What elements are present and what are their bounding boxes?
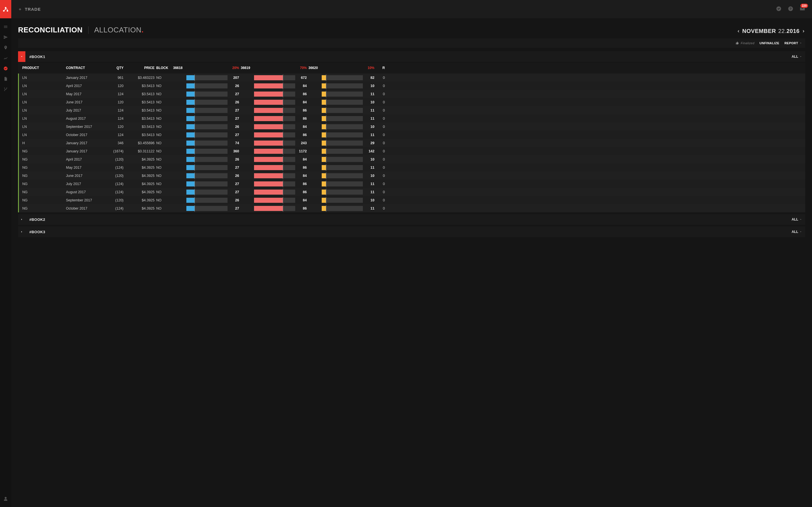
table-row[interactable]: LNJuly 2017124$3.5413NO2786110 [18, 106, 805, 114]
alloc-bar[interactable] [254, 189, 295, 194]
alloc-bar[interactable] [254, 165, 295, 170]
alloc-bar[interactable] [186, 83, 227, 89]
col-contract[interactable]: CONTRACT [66, 66, 105, 70]
alloc-bar[interactable] [322, 173, 363, 178]
alloc-bar[interactable] [322, 132, 363, 137]
alloc-bar[interactable] [322, 108, 363, 113]
alloc-bar[interactable] [322, 149, 363, 154]
alloc-bar[interactable] [254, 75, 295, 80]
inbox-button[interactable]: 220 [800, 6, 805, 12]
unfinalize-button[interactable]: UNFINALIZE [760, 41, 779, 45]
alloc-bar[interactable] [322, 75, 363, 80]
book-filter-button[interactable]: ALL [792, 230, 802, 234]
table-row[interactable]: NGOctober 2017(124)$4.3925NO2786110 [18, 204, 805, 212]
alloc-bar[interactable] [186, 75, 227, 80]
alloc-bar[interactable] [186, 173, 227, 178]
nav-user-icon[interactable] [3, 497, 8, 502]
book-toggle[interactable] [18, 214, 26, 225]
report-button[interactable]: REPORT [784, 41, 802, 45]
alloc-bar[interactable] [322, 165, 363, 170]
alloc-bar[interactable] [254, 149, 295, 154]
alloc-bar[interactable] [186, 100, 227, 105]
col-price[interactable]: PRICE [125, 66, 156, 70]
alloc-bar[interactable] [254, 100, 295, 105]
book-header[interactable]: #BOOK2ALL [18, 214, 805, 225]
table-row[interactable]: LNSeptember 2017120$3.5413NO2684100 [18, 122, 805, 131]
col-r[interactable]: R [376, 66, 389, 70]
col-block[interactable]: BLOCK [156, 66, 173, 70]
alloc-bar[interactable] [322, 181, 363, 186]
table-row[interactable]: LNAugust 2017124$3.5413NO2786110 [18, 114, 805, 122]
table-row[interactable]: LNApril 2017120$3.5413NO2684100 [18, 82, 805, 90]
alloc-bar[interactable] [254, 206, 295, 211]
alloc-bar[interactable] [254, 83, 295, 89]
alloc-bar[interactable] [322, 206, 363, 211]
alloc-bar[interactable] [254, 198, 295, 203]
alloc-bar[interactable] [186, 181, 227, 186]
alloc-bar[interactable] [254, 92, 295, 97]
new-trade-button[interactable]: TRADE [18, 7, 41, 11]
alloc-bar[interactable] [254, 140, 295, 146]
table-row[interactable]: LNMay 2017124$3.5413NO2786110 [18, 90, 805, 98]
col-qty[interactable]: QTY [105, 66, 125, 70]
table-row[interactable]: NGMay 2017(124)$4.3925NO2786110 [18, 163, 805, 172]
col-alloc-id[interactable]: 36619 [241, 66, 253, 70]
table-row[interactable]: HJanuary 2017346$3.455696NO74243290 [18, 139, 805, 147]
alloc-bar[interactable] [322, 100, 363, 105]
alloc-bar[interactable] [186, 124, 227, 129]
alloc-bar[interactable] [254, 173, 295, 178]
nav-chart-icon[interactable] [3, 56, 8, 61]
alloc-bar[interactable] [322, 116, 363, 121]
chevron-left-icon[interactable] [737, 29, 740, 34]
col-alloc-id[interactable]: 36620 [308, 66, 321, 70]
tab-reconciliation[interactable]: RECONCILIATION [18, 25, 83, 34]
alloc-bar[interactable] [186, 198, 227, 203]
alloc-bar[interactable] [254, 132, 295, 137]
alloc-bar[interactable] [322, 140, 363, 146]
alloc-bar[interactable] [254, 181, 295, 186]
table-row[interactable]: NGApril 2017(120)$4.3925NO2684100 [18, 155, 805, 163]
nav-menu-icon[interactable] [3, 24, 8, 30]
book-filter-button[interactable]: ALL [792, 217, 802, 221]
table-row[interactable]: NGJuly 2017(124)$4.3925NO2786110 [18, 180, 805, 188]
help-icon[interactable]: ? [788, 6, 794, 12]
book-toggle[interactable] [18, 51, 26, 62]
alloc-bar[interactable] [254, 124, 295, 129]
chevron-right-icon[interactable] [802, 29, 805, 34]
brand-logo[interactable] [0, 0, 11, 18]
alloc-bar[interactable] [322, 83, 363, 89]
book-filter-button[interactable]: ALL [792, 55, 802, 59]
nav-branch-icon[interactable] [3, 87, 8, 93]
alloc-bar[interactable] [254, 157, 295, 162]
book-toggle[interactable] [18, 226, 26, 237]
table-row[interactable]: LNJune 2017120$3.5413NO2684100 [18, 98, 805, 106]
alloc-bar[interactable] [186, 189, 227, 194]
alloc-bar[interactable] [186, 92, 227, 97]
nav-document-icon[interactable] [3, 76, 8, 82]
nav-location-icon[interactable] [3, 45, 8, 51]
alloc-bar[interactable] [186, 116, 227, 121]
alloc-bar[interactable] [186, 140, 227, 146]
alloc-bar[interactable] [186, 108, 227, 113]
alloc-bar[interactable] [322, 92, 363, 97]
alloc-bar[interactable] [186, 206, 227, 211]
book-header[interactable]: #BOOK1ALL [18, 51, 805, 62]
table-row[interactable]: NGJune 2017(120)$4.3925NO2684100 [18, 172, 805, 180]
alloc-bar[interactable] [322, 198, 363, 203]
alloc-bar[interactable] [322, 157, 363, 162]
alloc-bar[interactable] [322, 124, 363, 129]
approve-icon[interactable] [776, 6, 781, 12]
table-row[interactable]: NGSeptember 2017(120)$4.3925NO2684100 [18, 196, 805, 204]
alloc-bar[interactable] [254, 116, 295, 121]
alloc-bar[interactable] [186, 149, 227, 154]
table-row[interactable]: LNOctober 2017124$3.5413NO2786110 [18, 131, 805, 139]
date-picker[interactable]: NOVEMBER 22.2016 [737, 28, 805, 34]
col-alloc-id[interactable]: 36618 [173, 66, 186, 70]
nav-send-icon[interactable] [3, 35, 8, 40]
col-product[interactable]: PRODUCT [22, 66, 66, 70]
tab-allocation[interactable]: ALLOCATION. [94, 25, 144, 34]
alloc-bar[interactable] [186, 165, 227, 170]
alloc-bar[interactable] [186, 132, 227, 137]
table-row[interactable]: NGAugust 2017(124)$4.3925NO2786110 [18, 188, 805, 196]
table-row[interactable]: LNJanuary 2017961$3.483223NO207672820 [18, 73, 805, 82]
